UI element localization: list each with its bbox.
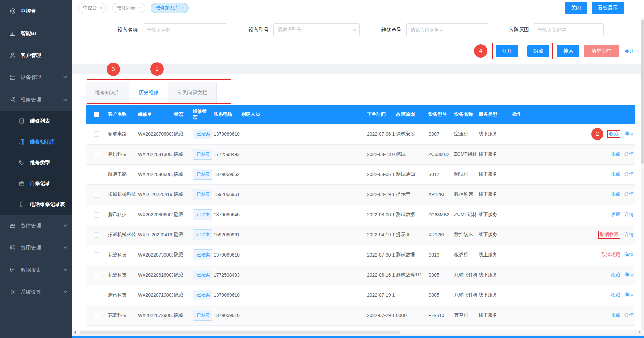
fault-keyword-input[interactable]	[534, 23, 604, 36]
row-checkbox[interactable]	[94, 212, 99, 218]
detail-link[interactable]: 详情	[624, 212, 634, 218]
close-button[interactable]: 关闭	[565, 2, 587, 14]
close-icon[interactable]: ×	[181, 6, 184, 10]
detail-link[interactable]: 详情	[624, 292, 634, 298]
row-checkbox[interactable]	[94, 192, 99, 198]
cell-status: 隐藏	[173, 184, 191, 205]
favorite-link[interactable]: 收藏	[611, 272, 620, 278]
sidebar-item-console[interactable]: 中控台	[0, 0, 72, 22]
device-name-input[interactable]	[143, 23, 227, 36]
detail-link[interactable]: 详情	[624, 151, 634, 157]
table-row: 花篮科技 WX202207300001 隐藏 已结案 13790696107 2…	[86, 245, 635, 265]
sidebar-item-expense[interactable]: 费用管理	[0, 237, 72, 259]
unfavorite-link[interactable]: 取消收藏	[601, 252, 620, 258]
sidebar-item-spare-parts[interactable]: 备件管理	[0, 215, 72, 237]
close-icon[interactable]: ×	[100, 6, 102, 10]
sidebar-item-settings[interactable]: 系统设置	[0, 281, 72, 303]
favorite-link[interactable]: 收藏	[611, 212, 620, 218]
tab-console[interactable]: 中控台 ×	[78, 3, 107, 13]
repair-order-input[interactable]	[406, 23, 489, 36]
board-display-button[interactable]: 看板展示	[592, 2, 624, 14]
unfavorite-link[interactable]: 取消收藏	[598, 231, 620, 239]
detail-link[interactable]: 详情	[624, 232, 634, 238]
select-all-checkbox[interactable]	[94, 112, 99, 117]
favorite-link[interactable]: 收藏	[611, 151, 620, 157]
favorite-link[interactable]: 收藏	[607, 130, 620, 138]
detail-link[interactable]: 详情	[624, 191, 634, 198]
sidebar-item-label: 设备管理	[21, 74, 61, 81]
row-checkbox[interactable]	[94, 252, 99, 258]
chevron-down-icon	[353, 28, 356, 31]
tab-faq-docs[interactable]: 常见问题文档	[168, 82, 217, 103]
horizontal-scrollbar[interactable]	[72, 330, 644, 334]
sidebar-item-phone-record[interactable]: 电话维修记录表	[0, 194, 72, 215]
tab-history-repair[interactable]: 历史维修	[129, 82, 168, 103]
annotation-circle-1: 1	[150, 62, 164, 76]
hide-button[interactable]: 隐藏	[527, 45, 549, 57]
chevron-down-icon	[63, 289, 67, 293]
detail-link[interactable]: 详情	[624, 312, 634, 318]
equipment-icon	[9, 74, 16, 81]
col-status: 状态	[173, 105, 191, 124]
vertical-scroll-thumb[interactable]	[641, 20, 644, 164]
favorite-link[interactable]: 收藏	[611, 191, 620, 198]
table-row: 拓诚机械科技... WXD_20220419185... 隐藏 已结案 1592…	[86, 225, 635, 245]
sidebar-item-customers[interactable]: 客户管理	[0, 44, 72, 66]
cell-status: 隐藏	[173, 124, 191, 144]
expand-link[interactable]: 展开	[624, 48, 639, 54]
device-model-select[interactable]: 请选择型号	[273, 23, 360, 36]
close-icon[interactable]: ×	[138, 6, 141, 10]
cell-status: 隐藏	[173, 205, 191, 225]
row-checkbox[interactable]	[94, 273, 99, 278]
row-checkbox[interactable]	[94, 131, 99, 137]
favorite-link[interactable]: 收藏	[611, 171, 620, 177]
cell-time: 2022-08-06 17:...	[366, 205, 395, 225]
bar-chart-icon	[9, 30, 16, 37]
favorite-link[interactable]: 收藏	[611, 312, 620, 318]
sidebar-item-smart-bi[interactable]: 智能BI	[0, 22, 72, 44]
sidebar-item-reports[interactable]: 数据报表	[0, 259, 72, 281]
detail-link[interactable]: 详情	[624, 252, 634, 258]
filter-label: 故障原因	[509, 27, 529, 33]
cell-device: 八轴飞针机1	[453, 265, 477, 285]
public-button[interactable]: 公开	[496, 45, 518, 57]
sidebar-item-repair-list[interactable]: 维修列表	[0, 111, 72, 131]
vertical-scrollbar[interactable]	[641, 18, 644, 330]
detail-link[interactable]: 详情	[624, 171, 634, 177]
cell-customer: 腾讯科技	[107, 144, 137, 164]
row-checkbox[interactable]	[94, 232, 99, 238]
col-phone: 联系电话	[212, 105, 240, 124]
filter-label: 设备型号	[249, 27, 269, 33]
detail-link[interactable]: 详情	[624, 131, 634, 137]
clear-all-button[interactable]: 清空所有	[584, 45, 619, 57]
tab-repair-list[interactable]: 维修列表 ×	[112, 3, 145, 13]
row-checkbox[interactable]	[94, 313, 99, 318]
scroll-left-arrow-icon[interactable]	[74, 331, 76, 334]
cell-time: 2022-04-19 18:...	[366, 225, 395, 245]
sidebar-item-repair-mgmt[interactable]: 维修管理	[0, 89, 72, 111]
cell-order: WX202207300001	[137, 245, 173, 265]
favorite-link[interactable]: 收藏	[611, 292, 620, 298]
horizontal-scroll-thumb[interactable]	[80, 331, 400, 334]
row-checkbox[interactable]	[94, 293, 99, 298]
cell-customer: 航启电路	[107, 164, 137, 184]
sidebar-item-label: 智能BI	[21, 30, 67, 37]
detail-link[interactable]: 详情	[624, 272, 634, 278]
sidebar-item-label: 维修类型	[30, 160, 67, 166]
cell-device: 真空机	[453, 305, 477, 325]
sidebar-item-self-repair[interactable]: 自修记录	[0, 173, 72, 194]
search-button[interactable]: 搜索	[557, 45, 579, 57]
cell-model: XR12KL	[427, 225, 453, 245]
tab-knowledge-base[interactable]: 维修知识库 ×	[151, 3, 189, 13]
sidebar-item-repair-type[interactable]: 维修类型	[0, 152, 72, 173]
cell-time: 2022-08-06 16:...	[366, 164, 395, 184]
sidebar-item-equipment[interactable]: 设备管理	[0, 66, 72, 89]
sidebar-item-knowledge-base[interactable]: 维修知识库	[0, 131, 72, 152]
cell-service: 线下服务	[477, 225, 511, 245]
tab-knowledge-library[interactable]: 维修知识库	[86, 82, 129, 103]
scroll-right-arrow-icon[interactable]	[639, 331, 641, 334]
row-checkbox[interactable]	[94, 172, 99, 177]
cell-time: 2022-07-29 15:...	[366, 305, 395, 325]
repair-icon	[9, 96, 16, 103]
row-checkbox[interactable]	[94, 152, 99, 157]
